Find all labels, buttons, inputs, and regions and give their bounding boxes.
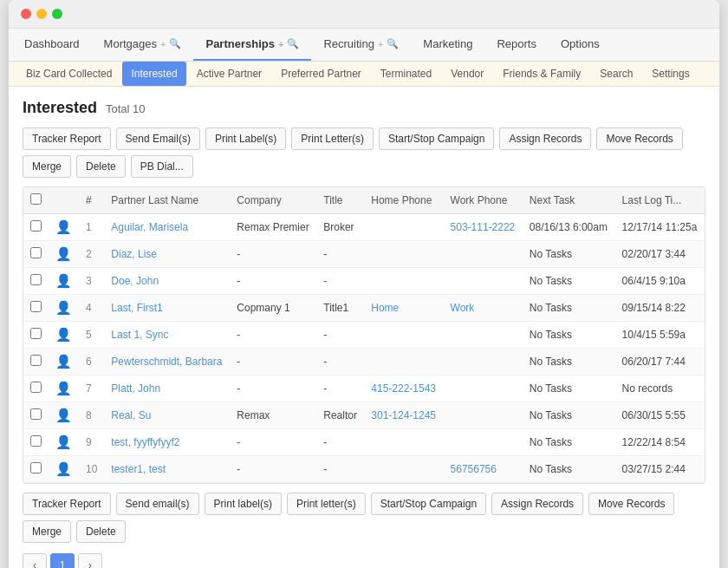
tracker-report-button-bottom[interactable]: Tracker Report xyxy=(23,493,111,515)
partner-name-link[interactable]: test, fyyffyfyyf2 xyxy=(111,436,179,448)
partner-name[interactable]: tester1, test xyxy=(104,456,230,483)
row-checkbox[interactable] xyxy=(30,247,42,258)
partner-name-link[interactable]: Pewterschmidt, Barbara xyxy=(111,356,222,368)
select-all-checkbox[interactable] xyxy=(30,193,42,205)
print-labels-button-top[interactable]: Print Label(s) xyxy=(205,127,286,150)
send-emails-button-top[interactable]: Send Email(s) xyxy=(116,127,200,150)
row-checkbox[interactable] xyxy=(30,408,42,420)
avatar-icon: 👤 xyxy=(55,273,72,288)
col-check-all[interactable] xyxy=(23,187,49,214)
print-letters-button-top[interactable]: Print Letter(s) xyxy=(291,127,374,150)
search-icon[interactable]: 🔍 xyxy=(287,38,299,49)
plus-icon[interactable]: + xyxy=(378,39,383,49)
home-phone-link[interactable]: Home xyxy=(371,302,399,314)
row-checkbox[interactable] xyxy=(30,382,42,393)
tab-dashboard[interactable]: Dashboard xyxy=(12,29,92,61)
subtab-vendor[interactable]: Vendor xyxy=(442,62,492,86)
partner-name[interactable]: test, fyyffyfyyf2 xyxy=(104,429,230,456)
partner-name[interactable]: Last 1, Sync xyxy=(104,322,230,349)
work-phone-cell[interactable]: Work xyxy=(444,295,523,322)
print-letters-button-bottom[interactable]: Print letter(s) xyxy=(287,493,366,515)
partner-name[interactable]: Aguilar, Marisela xyxy=(104,214,230,241)
partner-name[interactable]: Diaz, Lise xyxy=(104,241,230,268)
partner-name[interactable]: Last, First1 xyxy=(104,295,230,322)
row-checkbox[interactable] xyxy=(30,301,42,312)
row-checkbox[interactable] xyxy=(30,462,42,473)
move-records-button-bottom[interactable]: Move Records xyxy=(588,493,674,515)
col-home-phone[interactable]: Home Phone xyxy=(364,187,443,214)
tab-recruiting[interactable]: Recruiting + 🔍 xyxy=(311,29,411,61)
move-records-button-top[interactable]: Move Records xyxy=(596,127,682,150)
plus-icon[interactable]: + xyxy=(278,39,283,49)
tab-mortgages[interactable]: Mortgages + 🔍 xyxy=(92,29,194,61)
next-page-button[interactable]: › xyxy=(78,553,102,568)
partner-name-link[interactable]: Real, Su xyxy=(111,409,151,421)
tab-partnerships[interactable]: Partnerships + 🔍 xyxy=(193,29,311,61)
home-phone-link[interactable]: 301-124-1245 xyxy=(371,409,436,421)
work-phone-link[interactable]: Work xyxy=(451,302,475,314)
send-emails-button-bottom[interactable]: Send email(s) xyxy=(116,493,199,515)
col-work-phone[interactable]: Work Phone xyxy=(444,187,523,214)
home-phone-link[interactable]: 415-222-1543 xyxy=(371,382,436,395)
partner-name-link[interactable]: Platt, John xyxy=(111,382,160,395)
merge-button-top[interactable]: Merge xyxy=(23,155,71,178)
search-icon[interactable]: 🔍 xyxy=(169,38,181,49)
pb-dial-button-top[interactable]: PB Dial... xyxy=(131,155,193,178)
plus-icon[interactable]: + xyxy=(160,39,166,49)
subtab-friends-family[interactable]: Friends & Family xyxy=(494,62,589,86)
close-button[interactable] xyxy=(21,9,31,19)
partner-name[interactable]: Doe, John xyxy=(104,268,230,295)
row-checkbox[interactable] xyxy=(30,220,42,232)
merge-button-bottom[interactable]: Merge xyxy=(23,520,71,543)
row-checkbox[interactable] xyxy=(30,274,42,285)
col-partner-name[interactable]: Partner Last Name xyxy=(104,187,230,214)
tab-marketing[interactable]: Marketing xyxy=(411,29,484,61)
tab-options[interactable]: Options xyxy=(549,29,612,61)
home-phone-cell[interactable]: 415-222-1543 xyxy=(364,375,443,402)
subtab-preferred-partner[interactable]: Preferred Partner xyxy=(272,62,370,86)
tracker-report-button-top[interactable]: Tracker Report xyxy=(23,127,111,150)
work-phone-link[interactable]: 503-111-2222 xyxy=(451,221,516,233)
subtab-biz-card[interactable]: Biz Card Collected xyxy=(17,62,120,86)
col-company[interactable]: Company xyxy=(230,187,316,214)
subtab-settings[interactable]: Settings xyxy=(643,62,698,86)
assign-records-button-bottom[interactable]: Assign Records xyxy=(491,493,583,515)
row-checkbox[interactable] xyxy=(30,328,42,339)
assign-records-button-top[interactable]: Assign Records xyxy=(499,127,591,150)
minimize-button[interactable] xyxy=(36,9,47,19)
home-phone-cell[interactable]: 301-124-1245 xyxy=(364,402,443,429)
prev-page-button[interactable]: ‹ xyxy=(23,553,47,568)
partner-name[interactable]: Real, Su xyxy=(104,402,230,429)
delete-button-bottom[interactable]: Delete xyxy=(76,520,126,543)
print-labels-button-bottom[interactable]: Print label(s) xyxy=(205,493,282,515)
partner-name-link[interactable]: Diaz, Lise xyxy=(111,248,157,260)
partner-name-link[interactable]: Last, First1 xyxy=(111,302,162,314)
delete-button-top[interactable]: Delete xyxy=(76,155,126,178)
row-checkbox[interactable] xyxy=(30,435,42,447)
col-title[interactable]: Title xyxy=(316,187,364,214)
start-stop-campaign-button-bottom[interactable]: Start/Stop Campaign xyxy=(371,493,486,515)
work-phone-cell[interactable]: 503-111-2222 xyxy=(444,214,523,241)
subtab-active-partner[interactable]: Active Partner xyxy=(188,62,270,86)
partner-name[interactable]: Pewterschmidt, Barbara xyxy=(104,349,230,375)
row-checkbox[interactable] xyxy=(30,355,42,366)
subtab-terminated[interactable]: Terminated xyxy=(372,62,440,86)
partner-name-link[interactable]: Aguilar, Marisela xyxy=(111,221,188,233)
table-row: 👤9test, fyyffyfyyf2--No Tasks12/22/14 8:… xyxy=(23,429,705,456)
col-next-task[interactable]: Next Task xyxy=(523,187,615,214)
subtab-search[interactable]: Search xyxy=(591,62,641,86)
partner-name-link[interactable]: tester1, test xyxy=(111,463,166,475)
partner-name-link[interactable]: Last 1, Sync xyxy=(111,329,168,341)
partner-name[interactable]: Platt, John xyxy=(104,375,230,402)
home-phone-cell[interactable]: Home xyxy=(364,295,443,322)
subtab-interested[interactable]: Interested xyxy=(122,62,185,86)
work-phone-link[interactable]: 56756756 xyxy=(451,463,497,475)
col-last-log[interactable]: Last Log Ti... xyxy=(615,187,705,214)
search-icon[interactable]: 🔍 xyxy=(387,38,399,49)
maximize-button[interactable] xyxy=(52,9,62,19)
work-phone-cell[interactable]: 56756756 xyxy=(444,456,523,483)
page-1-button[interactable]: 1 xyxy=(50,553,75,568)
start-stop-campaign-button-top[interactable]: Start/Stop Campaign xyxy=(379,127,494,150)
tab-reports[interactable]: Reports xyxy=(484,29,549,61)
partner-name-link[interactable]: Doe, John xyxy=(111,275,159,287)
